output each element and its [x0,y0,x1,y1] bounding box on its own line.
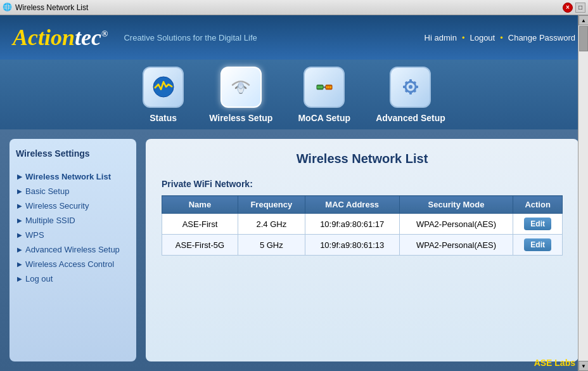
separator-1: • [462,33,465,42]
separator-2: • [500,33,503,42]
svg-rect-12 [328,86,329,88]
logo: Actiontec® [13,24,108,51]
cell-mac: 10:9f:a9:80:61:17 [305,214,399,235]
user-info: Hi admin • Logout • Change Password [425,33,575,42]
arrow-icon-5: ▶ [17,231,22,238]
restore-button[interactable]: □ [575,3,585,13]
svg-rect-17 [409,91,412,94]
sidebar: Wireless Settings ▶ Wireless Network Lis… [10,139,136,361]
nav-item-status[interactable]: Status [143,67,184,123]
svg-rect-18 [403,86,406,88]
scrollbar[interactable]: ▲ ▼ [578,15,588,371]
title-bar: 🌐 Wireless Network List × □ [0,0,588,15]
sidebar-item-wireless-network-list[interactable]: ▶ Wireless Network List [16,169,130,184]
scroll-thumb[interactable] [579,26,588,51]
svg-rect-8 [317,86,319,88]
watermark: ASE Labs [534,358,575,368]
nav-item-moca[interactable]: MoCA Setup [298,67,350,123]
nav-label-moca: MoCA Setup [298,113,350,123]
nav-item-wireless[interactable]: Wireless Setup [209,67,272,123]
moca-icon [312,74,337,100]
content-title: Wireless Network List [162,152,563,166]
cell-frequency: 5 GHz [238,235,305,256]
main-content: Wireless Network List Private WiFi Netwo… [146,139,578,361]
main-container: Actiontec® Creative Solutions for the Di… [0,15,588,371]
advanced-icon [398,74,423,100]
moca-icon-box [304,67,345,108]
sidebar-item-log-out[interactable]: ▶ Log out [16,271,130,286]
content-area: Wireless Settings ▶ Wireless Network Lis… [0,129,588,371]
col-header-action: Action [513,196,563,214]
svg-point-4 [239,82,243,86]
scroll-down-button[interactable]: ▼ [578,361,588,371]
sidebar-title: Wireless Settings [16,148,130,162]
logo-area: Actiontec® Creative Solutions for the Di… [13,24,257,51]
sidebar-item-wireless-security[interactable]: ▶ Wireless Security [16,199,130,213]
svg-rect-11 [326,86,328,88]
svg-rect-9 [319,86,321,88]
sidebar-item-advanced-wireless-setup[interactable]: ▶ Advanced Wireless Setup [16,242,130,257]
table-row: ASE-First2.4 GHz10:9f:a9:80:61:17WPA2-Pe… [162,214,563,235]
arrow-icon-3: ▶ [17,202,22,209]
arrow-icon-1: ▶ [17,173,22,180]
cell-name: ASE-First-5G [162,235,238,256]
col-header-name: Name [162,196,238,214]
user-greeting: Hi admin [425,33,457,42]
logo-registered: ® [101,29,108,39]
svg-rect-21 [413,81,417,85]
svg-rect-10 [321,86,323,88]
logo-tec: tec [75,25,101,50]
arrow-icon-7: ▶ [17,261,22,268]
cell-mac: 10:9f:a9:80:61:13 [305,235,399,256]
svg-rect-13 [330,86,331,88]
cell-security: WPA2-Personal(AES) [399,235,513,256]
nav-label-advanced: Advanced Setup [376,113,445,123]
cell-action: Edit [513,214,563,235]
status-icon-box [143,67,184,108]
cell-name: ASE-First [162,214,238,235]
table-row: ASE-First-5G5 GHz10:9f:a9:80:61:13WPA2-P… [162,235,563,256]
scroll-up-button[interactable]: ▲ [578,15,588,25]
nav-item-advanced[interactable]: Advanced Setup [376,67,445,123]
arrow-icon-4: ▶ [17,217,22,224]
table-header-row: Name Frequency MAC Address Security Mode… [162,196,563,214]
sidebar-item-wireless-access-control[interactable]: ▶ Wireless Access Control [16,257,130,271]
scroll-track [578,25,588,361]
nav-area: Status Wireless Setup [0,60,588,129]
status-icon [151,74,176,100]
section-label: Private WiFi Network: [162,179,563,189]
col-header-security: Security Mode [399,196,513,214]
cell-frequency: 2.4 GHz [238,214,305,235]
close-button[interactable]: × [563,3,573,13]
page-wrapper: 🌐 Wireless Network List × □ Actiontec® C… [0,0,588,371]
header: Actiontec® Creative Solutions for the Di… [0,15,588,60]
svg-rect-22 [405,89,409,93]
logout-link[interactable]: Logout [470,33,495,42]
wireless-icon [228,74,253,100]
wireless-icon-box [220,67,262,108]
arrow-icon-8: ▶ [17,275,22,282]
wifi-table: Name Frequency MAC Address Security Mode… [162,195,563,256]
title-bar-text: Wireless Network List [15,3,563,12]
nav-label-wireless: Wireless Setup [209,113,272,123]
svg-rect-19 [415,86,418,88]
col-header-mac: MAC Address [305,196,399,214]
change-password-link[interactable]: Change Password [508,33,575,42]
sidebar-item-wps[interactable]: ▶ WPS [16,228,130,242]
nav-label-status: Status [150,113,177,123]
sidebar-item-multiple-ssid[interactable]: ▶ Multiple SSID [16,213,130,228]
svg-rect-16 [409,79,412,82]
edit-button-0[interactable]: Edit [524,218,551,230]
cell-action: Edit [513,235,563,256]
arrow-icon-2: ▶ [17,188,22,195]
advanced-icon-box [390,67,431,108]
cell-security: WPA2-Personal(AES) [399,214,513,235]
sidebar-item-basic-setup[interactable]: ▶ Basic Setup [16,184,130,199]
browser-icon: 🌐 [3,3,13,13]
tagline: Creative Solutions for the Digital Life [124,33,257,42]
svg-point-15 [409,85,412,89]
svg-rect-20 [405,81,409,85]
svg-rect-23 [413,89,417,93]
edit-button-1[interactable]: Edit [524,238,551,251]
logo-action: Action [13,25,75,50]
